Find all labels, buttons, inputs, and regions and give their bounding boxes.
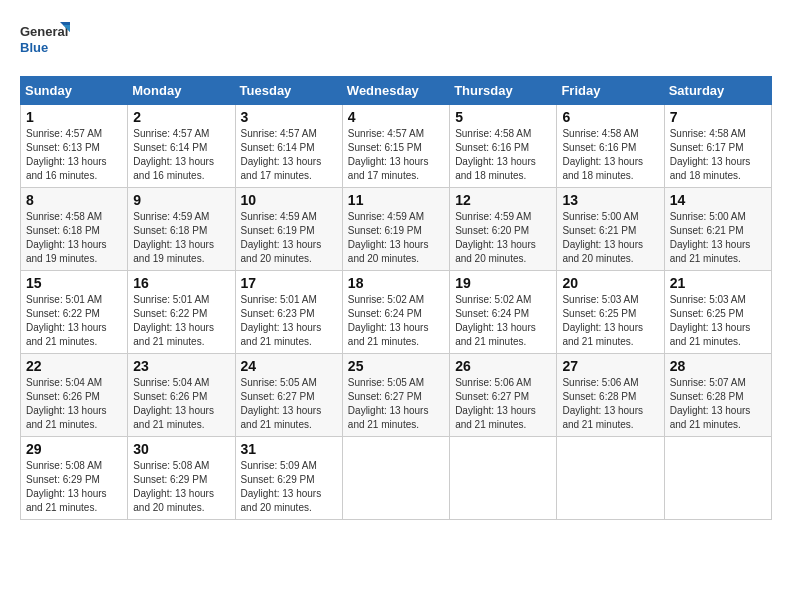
day-info: Sunrise: 4:58 AMSunset: 6:16 PMDaylight:… — [455, 127, 551, 183]
calendar-cell: 9Sunrise: 4:59 AMSunset: 6:18 PMDaylight… — [128, 188, 235, 271]
day-info: Sunrise: 5:02 AMSunset: 6:24 PMDaylight:… — [455, 293, 551, 349]
day-info: Sunrise: 5:04 AMSunset: 6:26 PMDaylight:… — [26, 376, 122, 432]
logo-svg: General Blue — [20, 20, 70, 60]
day-number: 18 — [348, 275, 444, 291]
calendar-cell: 10Sunrise: 4:59 AMSunset: 6:19 PMDayligh… — [235, 188, 342, 271]
day-number: 9 — [133, 192, 229, 208]
day-info: Sunrise: 4:57 AMSunset: 6:13 PMDaylight:… — [26, 127, 122, 183]
day-number: 1 — [26, 109, 122, 125]
calendar-cell: 3Sunrise: 4:57 AMSunset: 6:14 PMDaylight… — [235, 105, 342, 188]
calendar-cell: 26Sunrise: 5:06 AMSunset: 6:27 PMDayligh… — [450, 354, 557, 437]
day-number: 25 — [348, 358, 444, 374]
day-number: 4 — [348, 109, 444, 125]
week-row-3: 15Sunrise: 5:01 AMSunset: 6:22 PMDayligh… — [21, 271, 772, 354]
day-info: Sunrise: 4:57 AMSunset: 6:14 PMDaylight:… — [133, 127, 229, 183]
calendar-cell: 23Sunrise: 5:04 AMSunset: 6:26 PMDayligh… — [128, 354, 235, 437]
calendar-cell — [557, 437, 664, 520]
day-info: Sunrise: 5:03 AMSunset: 6:25 PMDaylight:… — [670, 293, 766, 349]
calendar-cell: 30Sunrise: 5:08 AMSunset: 6:29 PMDayligh… — [128, 437, 235, 520]
day-info: Sunrise: 5:06 AMSunset: 6:28 PMDaylight:… — [562, 376, 658, 432]
day-number: 19 — [455, 275, 551, 291]
calendar-cell: 22Sunrise: 5:04 AMSunset: 6:26 PMDayligh… — [21, 354, 128, 437]
day-info: Sunrise: 5:01 AMSunset: 6:22 PMDaylight:… — [26, 293, 122, 349]
day-info: Sunrise: 5:01 AMSunset: 6:23 PMDaylight:… — [241, 293, 337, 349]
calendar-cell: 18Sunrise: 5:02 AMSunset: 6:24 PMDayligh… — [342, 271, 449, 354]
weekday-sunday: Sunday — [21, 77, 128, 105]
day-info: Sunrise: 4:59 AMSunset: 6:18 PMDaylight:… — [133, 210, 229, 266]
calendar-cell: 27Sunrise: 5:06 AMSunset: 6:28 PMDayligh… — [557, 354, 664, 437]
day-number: 12 — [455, 192, 551, 208]
svg-text:Blue: Blue — [20, 40, 48, 55]
day-info: Sunrise: 4:59 AMSunset: 6:19 PMDaylight:… — [241, 210, 337, 266]
day-number: 13 — [562, 192, 658, 208]
calendar-cell: 14Sunrise: 5:00 AMSunset: 6:21 PMDayligh… — [664, 188, 771, 271]
day-info: Sunrise: 5:09 AMSunset: 6:29 PMDaylight:… — [241, 459, 337, 515]
calendar-cell: 4Sunrise: 4:57 AMSunset: 6:15 PMDaylight… — [342, 105, 449, 188]
day-info: Sunrise: 4:57 AMSunset: 6:14 PMDaylight:… — [241, 127, 337, 183]
weekday-monday: Monday — [128, 77, 235, 105]
logo: General Blue — [20, 20, 70, 60]
calendar-cell: 13Sunrise: 5:00 AMSunset: 6:21 PMDayligh… — [557, 188, 664, 271]
day-number: 6 — [562, 109, 658, 125]
day-info: Sunrise: 5:04 AMSunset: 6:26 PMDaylight:… — [133, 376, 229, 432]
week-row-5: 29Sunrise: 5:08 AMSunset: 6:29 PMDayligh… — [21, 437, 772, 520]
calendar-cell: 1Sunrise: 4:57 AMSunset: 6:13 PMDaylight… — [21, 105, 128, 188]
day-info: Sunrise: 5:02 AMSunset: 6:24 PMDaylight:… — [348, 293, 444, 349]
day-number: 30 — [133, 441, 229, 457]
calendar-cell: 5Sunrise: 4:58 AMSunset: 6:16 PMDaylight… — [450, 105, 557, 188]
day-number: 31 — [241, 441, 337, 457]
day-number: 27 — [562, 358, 658, 374]
day-number: 2 — [133, 109, 229, 125]
day-info: Sunrise: 5:06 AMSunset: 6:27 PMDaylight:… — [455, 376, 551, 432]
calendar-table: SundayMondayTuesdayWednesdayThursdayFrid… — [20, 76, 772, 520]
calendar-cell: 2Sunrise: 4:57 AMSunset: 6:14 PMDaylight… — [128, 105, 235, 188]
day-number: 16 — [133, 275, 229, 291]
day-info: Sunrise: 4:58 AMSunset: 6:18 PMDaylight:… — [26, 210, 122, 266]
calendar-cell — [450, 437, 557, 520]
calendar-cell: 28Sunrise: 5:07 AMSunset: 6:28 PMDayligh… — [664, 354, 771, 437]
calendar-cell: 8Sunrise: 4:58 AMSunset: 6:18 PMDaylight… — [21, 188, 128, 271]
calendar-cell: 29Sunrise: 5:08 AMSunset: 6:29 PMDayligh… — [21, 437, 128, 520]
svg-text:General: General — [20, 24, 68, 39]
calendar-cell: 21Sunrise: 5:03 AMSunset: 6:25 PMDayligh… — [664, 271, 771, 354]
day-info: Sunrise: 4:59 AMSunset: 6:20 PMDaylight:… — [455, 210, 551, 266]
week-row-2: 8Sunrise: 4:58 AMSunset: 6:18 PMDaylight… — [21, 188, 772, 271]
day-info: Sunrise: 5:08 AMSunset: 6:29 PMDaylight:… — [26, 459, 122, 515]
day-info: Sunrise: 4:59 AMSunset: 6:19 PMDaylight:… — [348, 210, 444, 266]
calendar-cell: 24Sunrise: 5:05 AMSunset: 6:27 PMDayligh… — [235, 354, 342, 437]
day-number: 22 — [26, 358, 122, 374]
day-number: 26 — [455, 358, 551, 374]
day-info: Sunrise: 5:01 AMSunset: 6:22 PMDaylight:… — [133, 293, 229, 349]
week-row-1: 1Sunrise: 4:57 AMSunset: 6:13 PMDaylight… — [21, 105, 772, 188]
day-number: 28 — [670, 358, 766, 374]
day-number: 17 — [241, 275, 337, 291]
day-number: 24 — [241, 358, 337, 374]
calendar-cell: 17Sunrise: 5:01 AMSunset: 6:23 PMDayligh… — [235, 271, 342, 354]
day-number: 8 — [26, 192, 122, 208]
calendar-cell: 20Sunrise: 5:03 AMSunset: 6:25 PMDayligh… — [557, 271, 664, 354]
calendar-cell: 31Sunrise: 5:09 AMSunset: 6:29 PMDayligh… — [235, 437, 342, 520]
calendar-cell: 16Sunrise: 5:01 AMSunset: 6:22 PMDayligh… — [128, 271, 235, 354]
day-info: Sunrise: 5:05 AMSunset: 6:27 PMDaylight:… — [241, 376, 337, 432]
calendar-cell: 15Sunrise: 5:01 AMSunset: 6:22 PMDayligh… — [21, 271, 128, 354]
day-number: 15 — [26, 275, 122, 291]
day-number: 10 — [241, 192, 337, 208]
calendar-cell: 7Sunrise: 4:58 AMSunset: 6:17 PMDaylight… — [664, 105, 771, 188]
week-row-4: 22Sunrise: 5:04 AMSunset: 6:26 PMDayligh… — [21, 354, 772, 437]
day-number: 21 — [670, 275, 766, 291]
day-number: 3 — [241, 109, 337, 125]
calendar-cell: 19Sunrise: 5:02 AMSunset: 6:24 PMDayligh… — [450, 271, 557, 354]
day-number: 29 — [26, 441, 122, 457]
day-info: Sunrise: 5:05 AMSunset: 6:27 PMDaylight:… — [348, 376, 444, 432]
day-number: 11 — [348, 192, 444, 208]
calendar-cell: 25Sunrise: 5:05 AMSunset: 6:27 PMDayligh… — [342, 354, 449, 437]
day-number: 23 — [133, 358, 229, 374]
day-info: Sunrise: 4:57 AMSunset: 6:15 PMDaylight:… — [348, 127, 444, 183]
day-number: 20 — [562, 275, 658, 291]
day-info: Sunrise: 5:07 AMSunset: 6:28 PMDaylight:… — [670, 376, 766, 432]
day-number: 14 — [670, 192, 766, 208]
calendar-cell: 11Sunrise: 4:59 AMSunset: 6:19 PMDayligh… — [342, 188, 449, 271]
calendar-cell: 6Sunrise: 4:58 AMSunset: 6:16 PMDaylight… — [557, 105, 664, 188]
day-info: Sunrise: 5:00 AMSunset: 6:21 PMDaylight:… — [562, 210, 658, 266]
weekday-saturday: Saturday — [664, 77, 771, 105]
